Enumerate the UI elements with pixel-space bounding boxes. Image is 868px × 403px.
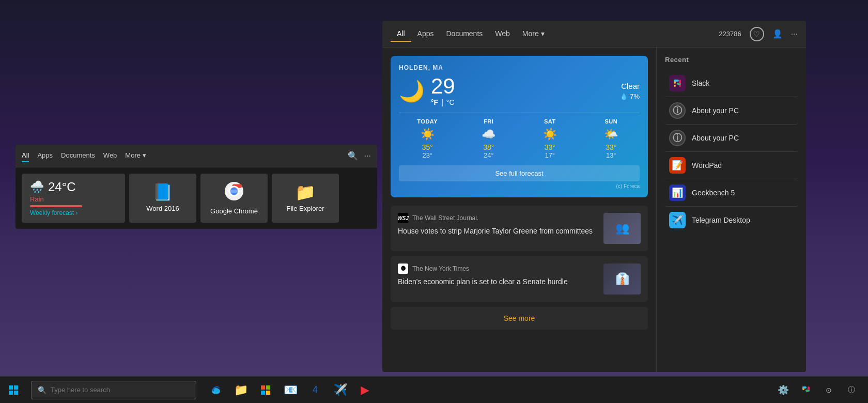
recent-app-slack[interactable]: Slack [665, 70, 798, 97]
aboutpc-icon-1: ⓘ [669, 102, 686, 119]
small-forecast-link[interactable]: Weekly forecast › [30, 209, 117, 216]
see-more-button[interactable]: See more [391, 307, 648, 330]
explorer-label: File Explorer [287, 205, 324, 212]
small-nav-apps[interactable]: Apps [37, 149, 53, 162]
see-full-forecast-button[interactable]: See full forecast [399, 165, 640, 181]
left-column: HOLDEN, MA 🌙 29 °F | °C [382, 48, 656, 372]
svg-rect-15 [14, 391, 18, 395]
weather-units[interactable]: °F | °C [431, 98, 455, 106]
nyt-thumb-image: 👔 [615, 272, 629, 286]
small-app-explorer[interactable]: 📁 File Explorer [272, 174, 339, 223]
nav-right-area: 223786 ♡ 👤 ··· [719, 27, 798, 41]
wsj-logo: WSJ [398, 213, 408, 223]
small-panel-icons: 🔍 ··· [348, 151, 371, 161]
svg-rect-24 [808, 386, 810, 390]
wsj-headline: House votes to strip Marjorie Taylor Gre… [398, 226, 597, 237]
weather-forecast-row: TODAY ☀️ 35° 23° FRI ☁️ 38° 24° SAT ☀️ [399, 113, 640, 159]
main-nav-apps[interactable]: Apps [411, 26, 440, 42]
taskbar-app-icons: 📁 📧 4 ✈️ ▶ [205, 379, 376, 401]
svg-rect-11 [679, 85, 681, 87]
forecast-high-3: 33° [583, 143, 640, 151]
small-nav-more[interactable]: More ▾ [125, 149, 146, 162]
news-card-nyt[interactable]: 🅖 The New York Times Biden's economic pl… [391, 256, 648, 302]
recent-app-telegram[interactable]: ✈️ Telegram Desktop [665, 207, 798, 234]
forecast-icon-2: ☀️ [521, 128, 579, 141]
weather-widget: HOLDEN, MA 🌙 29 °F | °C [391, 56, 648, 197]
explorer-icon: 📁 [295, 184, 316, 200]
main-nav-web[interactable]: Web [489, 26, 516, 42]
taskbar-settings-icon[interactable]: ⚙️ [773, 379, 794, 401]
aboutpc-label-2: About your PC [692, 134, 739, 142]
forecast-day-0: TODAY [399, 118, 456, 125]
word-icon: 📘 [152, 184, 173, 200]
news-card-wsj[interactable]: WSJ The Wall Street Journal. House votes… [391, 206, 648, 251]
weather-condition: Clear [620, 82, 640, 90]
recent-app-aboutpc-1[interactable]: ⓘ About your PC [665, 97, 798, 125]
aboutpc-icon-2: ⓘ [669, 130, 686, 146]
news-source-row-nyt: 🅖 The New York Times [398, 264, 597, 274]
svg-rect-12 [9, 385, 13, 390]
taskbar-edge-icon[interactable] [205, 379, 227, 401]
recent-app-geekbench[interactable]: 📊 Geekbench 5 [665, 179, 798, 207]
svg-rect-13 [14, 385, 18, 390]
taskbar-search-input[interactable] [51, 386, 190, 394]
unit-fahrenheit[interactable]: °F [431, 98, 438, 106]
unit-celsius[interactable]: °C [446, 98, 455, 106]
raindrop-icon: 💧 [620, 93, 628, 100]
news-source-row-wsj: WSJ The Wall Street Journal. [398, 213, 597, 223]
taskbar-explorer-icon[interactable]: 📁 [229, 379, 252, 401]
small-app-word[interactable]: 📘 Word 2016 [129, 174, 196, 223]
forecast-sun: SUN 🌤️ 33° 13° [583, 118, 640, 159]
forecast-high-2: 33° [521, 143, 579, 151]
chevron-down-icon: ▾ [541, 29, 545, 38]
weather-right-block: Clear 💧 7% [620, 82, 640, 100]
taskbar-teamviewer-icon[interactable]: 4 [304, 379, 327, 401]
wordpad-label: WordPad [692, 161, 722, 169]
forecast-low-1: 24° [460, 151, 518, 159]
small-search-panel: All Apps Documents Web More ▾ 🔍 ··· 🌧️ 2… [16, 145, 377, 229]
small-weather-icon: 🌧️ [30, 180, 44, 194]
slack-label: Slack [692, 79, 709, 87]
taskbar-store-icon[interactable] [254, 379, 277, 401]
svg-rect-10 [679, 80, 681, 84]
main-nav-all[interactable]: All [391, 26, 411, 42]
dots-icon[interactable]: ··· [364, 151, 371, 161]
search-icon[interactable]: 🔍 [348, 151, 358, 161]
taskbar-telegram-taskbar-icon[interactable]: ✈️ [329, 379, 351, 401]
taskbar-camera-icon[interactable]: ⊙ [818, 379, 839, 401]
taskbar-mail-icon[interactable]: 📧 [279, 379, 302, 401]
taskbar: 🔍 📁 📧 4 ✈️ ▶ ⚙️ [0, 376, 868, 403]
small-weather-temp: 24°C [48, 180, 76, 194]
taskbar-play-icon[interactable]: ▶ [353, 379, 376, 401]
small-nav-all[interactable]: All [22, 149, 29, 162]
weather-rain: 💧 7% [620, 92, 640, 100]
weather-source: (c) Foreca [399, 183, 640, 189]
slack-app-icon [669, 75, 686, 91]
geekbench-icon: 📊 [669, 184, 686, 201]
nyt-source-name: The New York Times [412, 265, 469, 272]
heart-icon[interactable]: ♡ [750, 27, 764, 41]
taskbar-search-icon: 🔍 [38, 386, 47, 394]
forecast-high-0: 35° [399, 143, 456, 151]
taskbar-info-icon[interactable]: ⓘ [841, 379, 862, 401]
options-icon[interactable]: ··· [791, 29, 798, 39]
aboutpc-label-1: About your PC [692, 106, 739, 115]
recent-app-wordpad[interactable]: 📝 WordPad [665, 152, 798, 179]
rain-percent: 7% [630, 92, 640, 100]
main-nav-more[interactable]: More ▾ [516, 26, 551, 42]
main-nav-documents[interactable]: Documents [440, 26, 489, 42]
forecast-icon-3: 🌤️ [583, 128, 640, 141]
taskbar-search-bar[interactable]: 🔍 [31, 381, 196, 399]
small-nav-web[interactable]: Web [103, 149, 117, 162]
start-button[interactable] [0, 377, 27, 404]
wordpad-icon: 📝 [669, 157, 686, 174]
forecast-high-1: 38° [460, 143, 518, 151]
main-search-panel: All Apps Documents Web More ▾ 223786 ♡ 👤… [382, 21, 806, 372]
recent-app-aboutpc-2[interactable]: ⓘ About your PC [665, 125, 798, 152]
taskbar-slack-taskbar-icon[interactable] [796, 379, 816, 401]
svg-rect-23 [802, 386, 807, 389]
wsj-thumbnail: 👥 [603, 213, 641, 244]
person-icon[interactable]: 👤 [772, 29, 783, 39]
small-nav-documents[interactable]: Documents [61, 149, 95, 162]
small-app-chrome[interactable]: Google Chrome [200, 174, 268, 223]
